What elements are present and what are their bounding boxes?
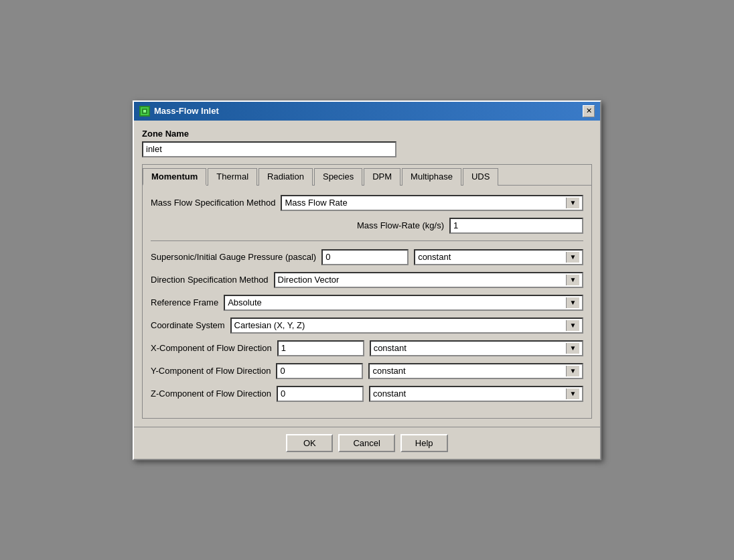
app-icon xyxy=(139,106,150,117)
tabs-header: Momentum Thermal Radiation Species DPM M… xyxy=(143,165,591,186)
supersonic-pressure-method-arrow[interactable]: ▼ xyxy=(566,252,579,263)
tab-thermal[interactable]: Thermal xyxy=(208,168,257,186)
reference-frame-dropdown[interactable]: Absolute ▼ xyxy=(224,295,583,311)
direction-spec-label: Direction Specification Method xyxy=(151,275,269,285)
y-component-label: Y-Component of Flow Direction xyxy=(151,366,271,376)
y-component-method-arrow[interactable]: ▼ xyxy=(566,366,579,376)
mass-flow-spec-row: Mass Flow Specification Method Mass Flow… xyxy=(151,195,583,211)
mass-flow-rate-input[interactable] xyxy=(449,218,583,234)
mass-flow-spec-label: Mass Flow Specification Method xyxy=(151,198,275,208)
reference-frame-label: Reference Frame xyxy=(151,297,218,307)
y-component-method-dropdown[interactable]: constant ▼ xyxy=(368,363,583,379)
mass-flow-spec-dropdown[interactable]: Mass Flow Rate ▼ xyxy=(281,195,583,211)
z-component-label: Z-Component of Flow Direction xyxy=(151,389,271,399)
z-component-method-dropdown[interactable]: constant ▼ xyxy=(369,386,583,402)
zone-name-label: Zone Name xyxy=(142,129,592,139)
supersonic-pressure-label: Supersonic/Initial Gauge Pressure (pasca… xyxy=(151,252,316,262)
tab-radiation[interactable]: Radiation xyxy=(259,168,313,186)
close-button[interactable]: ✕ xyxy=(583,105,595,117)
z-component-method-value: constant xyxy=(373,389,566,399)
mass-flow-rate-label: Mass Flow-Rate (kg/s) xyxy=(357,220,444,230)
direction-spec-arrow[interactable]: ▼ xyxy=(566,275,579,285)
coordinate-system-row: Coordinate System Cartesian (X, Y, Z) ▼ xyxy=(151,318,583,334)
coordinate-system-label: Coordinate System xyxy=(151,320,225,330)
x-component-input[interactable] xyxy=(277,340,364,356)
mass-flow-rate-row: Mass Flow-Rate (kg/s) xyxy=(151,218,583,234)
supersonic-pressure-method-value: constant xyxy=(418,252,566,262)
y-component-input[interactable] xyxy=(276,363,363,379)
title-bar: Mass-Flow Inlet ✕ xyxy=(134,102,600,121)
help-button[interactable]: Help xyxy=(400,434,448,452)
supersonic-pressure-row: Supersonic/Initial Gauge Pressure (pasca… xyxy=(151,249,583,265)
tabs-container: Momentum Thermal Radiation Species DPM M… xyxy=(142,164,592,419)
zone-name-input[interactable] xyxy=(142,141,396,157)
supersonic-pressure-method-dropdown[interactable]: constant ▼ xyxy=(414,249,583,265)
tab-dpm[interactable]: DPM xyxy=(364,168,400,186)
z-component-row: Z-Component of Flow Direction constant ▼ xyxy=(151,386,583,402)
x-component-row: X-Component of Flow Direction constant ▼ xyxy=(151,340,583,356)
tab-momentum[interactable]: Momentum xyxy=(143,168,206,186)
tab-uds[interactable]: UDS xyxy=(463,168,498,186)
z-component-method-arrow[interactable]: ▼ xyxy=(566,389,579,399)
window-title: Mass-Flow Inlet xyxy=(154,106,219,116)
mass-flow-spec-arrow[interactable]: ▼ xyxy=(566,198,579,208)
supersonic-pressure-input[interactable] xyxy=(321,249,409,265)
title-bar-left: Mass-Flow Inlet xyxy=(139,106,219,117)
x-component-method-dropdown[interactable]: constant ▼ xyxy=(370,340,583,356)
y-component-row: Y-Component of Flow Direction constant ▼ xyxy=(151,363,583,379)
x-component-method-arrow[interactable]: ▼ xyxy=(566,343,579,354)
tab-multiphase[interactable]: Multiphase xyxy=(402,168,461,186)
cancel-button[interactable]: Cancel xyxy=(338,434,394,452)
dialog-footer: OK Cancel Help xyxy=(134,427,600,459)
reference-frame-value: Absolute xyxy=(228,297,566,307)
mass-flow-inlet-dialog: Mass-Flow Inlet ✕ Zone Name Momentum The… xyxy=(133,100,601,460)
svg-rect-3 xyxy=(143,110,146,113)
coordinate-system-dropdown[interactable]: Cartesian (X, Y, Z) ▼ xyxy=(230,318,583,334)
z-component-input[interactable] xyxy=(277,386,364,402)
direction-spec-dropdown[interactable]: Direction Vector ▼ xyxy=(274,272,583,288)
x-component-method-value: constant xyxy=(374,343,566,353)
coordinate-system-arrow[interactable]: ▼ xyxy=(566,320,579,331)
mass-flow-spec-value: Mass Flow Rate xyxy=(285,198,566,208)
x-component-label: X-Component of Flow Direction xyxy=(151,343,272,353)
direction-spec-row: Direction Specification Method Direction… xyxy=(151,272,583,288)
reference-frame-row: Reference Frame Absolute ▼ xyxy=(151,295,583,311)
reference-frame-arrow[interactable]: ▼ xyxy=(566,297,579,308)
y-component-method-value: constant xyxy=(372,366,566,376)
dialog-content: Zone Name Momentum Thermal Radiation Spe… xyxy=(134,121,600,427)
momentum-tab-content: Mass Flow Specification Method Mass Flow… xyxy=(143,186,591,418)
direction-spec-value: Direction Vector xyxy=(278,275,566,285)
ok-button[interactable]: OK xyxy=(286,434,333,452)
coordinate-system-value: Cartesian (X, Y, Z) xyxy=(234,320,566,330)
tab-species[interactable]: Species xyxy=(314,168,362,186)
divider-1 xyxy=(151,240,583,241)
